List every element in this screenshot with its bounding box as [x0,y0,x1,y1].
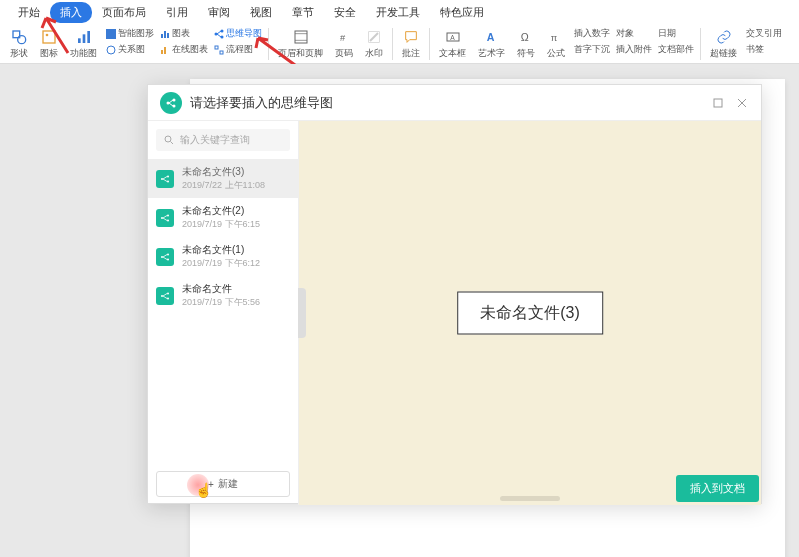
ribbon-smartart[interactable]: 智能图形 [103,26,157,41]
maximize-button[interactable] [711,96,725,110]
svg-point-48 [167,214,169,216]
cursor-icon: ☝ [195,482,212,498]
svg-text:Ω: Ω [521,31,529,43]
ribbon-attachment[interactable]: 插入附件 [613,42,655,57]
shapes-icon [10,28,28,46]
file-item-0[interactable]: 未命名文件(3) 2019/7/22 上午11:08 [148,159,298,198]
svg-line-18 [217,34,221,37]
ribbon-mindmap[interactable]: 思维导图 [211,26,265,41]
svg-rect-7 [106,29,116,39]
svg-line-41 [171,142,174,145]
ribbon-docparts[interactable]: 文档部件 [655,42,697,57]
svg-rect-6 [87,31,90,43]
svg-rect-10 [164,31,166,38]
menu-view[interactable]: 视图 [240,2,282,23]
svg-point-54 [167,258,169,260]
ribbon-icons[interactable]: 图标 [38,26,60,62]
ribbon-equation[interactable]: π 公式 [545,26,567,62]
svg-rect-5 [82,34,85,43]
menu-start[interactable]: 开始 [8,2,50,23]
svg-rect-12 [161,50,163,54]
search-input[interactable]: 输入关键字查询 [156,129,290,151]
svg-rect-2 [43,31,55,43]
menu-references[interactable]: 引用 [156,2,198,23]
svg-line-61 [163,296,167,299]
svg-point-47 [161,217,163,219]
svg-text:π: π [551,33,558,43]
svg-point-44 [167,180,169,182]
ribbon-number[interactable]: 插入数字 [571,26,613,41]
wordart-icon: A [483,28,501,46]
mindmap-root-node[interactable]: 未命名文件(3) [457,292,603,335]
file-item-1[interactable]: 未命名文件(2) 2019/7/19 下午6:15 [148,198,298,237]
ribbon-chart2[interactable]: 图表 [157,26,211,41]
svg-point-42 [161,178,163,180]
menu-special[interactable]: 特色应用 [430,2,494,23]
menubar: 开始 插入 页面布局 引用 审阅 视图 章节 安全 开发工具 特色应用 [0,0,799,24]
ribbon-watermark[interactable]: 水印 [363,26,385,62]
ribbon-online-chart[interactable]: 在线图表 [157,42,211,57]
svg-point-57 [161,295,163,297]
ribbon-relation[interactable]: 关系图 [103,42,157,57]
mindmap-file-icon [156,170,174,188]
svg-point-59 [167,297,169,299]
watermark-icon [365,28,383,46]
ribbon-hyperlink[interactable]: 超链接 [708,26,739,62]
header-footer-icon [292,28,310,46]
svg-rect-21 [295,31,307,43]
svg-point-52 [161,256,163,258]
ribbon-header-footer[interactable]: 页眉和页脚 [276,26,325,62]
svg-rect-9 [161,34,163,38]
svg-line-45 [163,176,167,179]
ribbon-function-chart[interactable]: 功能图 [68,26,99,62]
svg-point-49 [167,219,169,221]
ribbon-crossref[interactable]: 交叉引用 [743,26,785,41]
ribbon-comment[interactable]: 批注 [400,26,422,62]
file-item-2[interactable]: 未命名文件(1) 2019/7/19 下午6:12 [148,237,298,276]
ribbon-bookmark[interactable]: 书签 [743,42,785,57]
search-icon [164,135,174,145]
svg-line-60 [163,293,167,296]
svg-point-43 [167,175,169,177]
ribbon-page-number[interactable]: # 页码 [333,26,355,62]
ribbon-symbol[interactable]: Ω 符号 [515,26,537,62]
svg-line-46 [163,179,167,182]
ribbon-date[interactable]: 日期 [655,26,697,41]
ribbon-shapes[interactable]: 形状 [8,26,30,62]
ribbon-textbox[interactable]: A 文本框 [437,26,468,62]
dialog-title: 请选择要插入的思维导图 [190,94,711,112]
menu-chapter[interactable]: 章节 [282,2,324,23]
close-button[interactable] [735,96,749,110]
svg-line-50 [163,215,167,218]
menu-devtools[interactable]: 开发工具 [366,2,430,23]
chart-icon [75,28,93,46]
menu-layout[interactable]: 页面布局 [92,2,156,23]
svg-line-56 [163,257,167,260]
ribbon-object[interactable]: 对象 [613,26,655,41]
svg-rect-37 [714,99,722,107]
menu-insert[interactable]: 插入 [50,2,92,23]
svg-point-58 [167,292,169,294]
new-button[interactable]: ☝ + 新建 [156,471,290,497]
file-item-3[interactable]: 未命名文件 2019/7/19 下午5:56 [148,276,298,315]
hyperlink-icon [715,28,733,46]
collapse-handle[interactable] [298,288,306,338]
menu-review[interactable]: 审阅 [198,2,240,23]
svg-point-40 [165,136,171,142]
ribbon-wordart[interactable]: A 艺术字 [476,26,507,62]
menu-security[interactable]: 安全 [324,2,366,23]
svg-rect-20 [220,51,223,54]
svg-line-17 [217,31,221,34]
mindmap-file-icon [156,287,174,305]
symbol-icon: Ω [517,28,535,46]
insert-button[interactable]: 插入到文档 [676,475,759,502]
ribbon-dropcap[interactable]: 首字下沉 [571,42,613,57]
mindmap-dialog: 请选择要插入的思维导图 输入关键字查询 未命名文件(3) 2019/7/22 上… [147,84,762,504]
svg-rect-19 [215,46,218,49]
mindmap-preview[interactable]: 未命名文件(3) [298,121,761,505]
ribbon-flowchart[interactable]: 流程图 [211,42,265,57]
icons-icon [40,28,58,46]
ribbon: 形状 图标 功能图 智能图形 关系图 图表 在线图表 思维导图 流程图 页眉和页… [0,24,799,64]
svg-line-35 [169,100,173,103]
svg-line-51 [163,218,167,221]
